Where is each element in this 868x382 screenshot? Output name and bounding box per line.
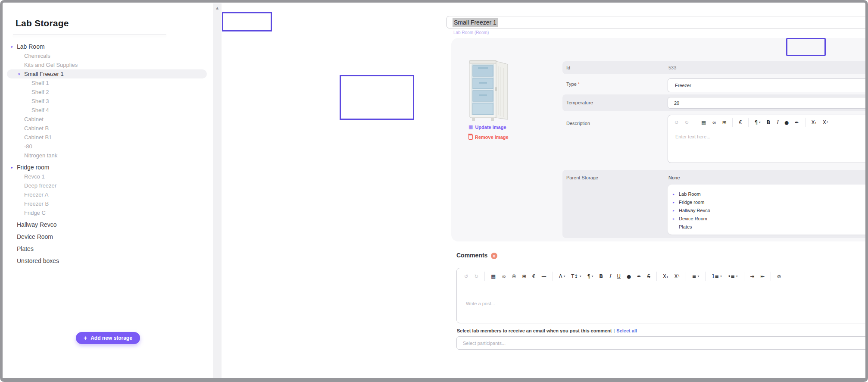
- outdent-icon[interactable]: ⇤: [757, 272, 768, 281]
- bold-icon[interactable]: B: [596, 272, 606, 281]
- storage-tree-item[interactable]: Cabinet: [3, 115, 213, 124]
- storage-tree-item[interactable]: Nitrogen tank: [3, 151, 213, 160]
- insert-image-icon[interactable]: ▦: [484, 272, 499, 281]
- storage-tree-item-label: Cabinet: [24, 116, 44, 122]
- notify-separator: |: [613, 328, 615, 333]
- storage-tree-item[interactable]: Shelf 2: [3, 88, 213, 97]
- highlight-color-icon[interactable]: ✒: [792, 118, 802, 127]
- font-family-icon[interactable]: A: [553, 272, 568, 281]
- add-new-storage-button[interactable]: + Add new storage: [76, 332, 140, 344]
- comments-title: Comments: [456, 252, 487, 259]
- special-characters-icon[interactable]: €: [732, 118, 745, 127]
- insert-table-icon[interactable]: ⊞: [519, 272, 529, 281]
- lab-storage-app: Lab Storage ▾Lab Room Chemicals Kits and…: [0, 0, 868, 382]
- italic-icon[interactable]: I: [606, 272, 614, 281]
- storage-tree-item[interactable]: Unstored boxes: [3, 257, 213, 266]
- storage-tree-item-label: Shelf 2: [31, 89, 49, 95]
- comment-editor[interactable]: ↺ ↻ ▦ ∞ ✇ ⊞ € — A T↕: [456, 268, 868, 323]
- text-color-icon[interactable]: ●: [781, 118, 792, 127]
- description-editor[interactable]: ↺ ↻ ▦ ∞ ⊞ € ¶: [668, 115, 868, 163]
- ordered-list-icon[interactable]: 1≡: [705, 272, 724, 281]
- align-icon[interactable]: ≡: [686, 272, 702, 281]
- storage-tree-item[interactable]: Shelf 3: [3, 97, 213, 106]
- storage-tree-item-label: Kits and Gel Supplies: [24, 62, 78, 68]
- id-value: 533: [668, 65, 676, 70]
- undo-icon[interactable]: ↺: [671, 118, 682, 127]
- storage-tree-item[interactable]: Deep freezer: [3, 181, 213, 190]
- subscript-icon[interactable]: X₁: [805, 118, 820, 127]
- storage-tree-item[interactable]: Shelf 4: [3, 106, 213, 115]
- storage-tree-item[interactable]: ▾Small Freezer 1: [7, 69, 207, 78]
- insert-link-icon[interactable]: ∞: [499, 272, 509, 281]
- strikethrough-icon[interactable]: S: [644, 272, 653, 281]
- parent-tree-item[interactable]: ▸Lab Room: [679, 190, 868, 198]
- vertical-scrollbar[interactable]: ▲: [213, 3, 222, 378]
- indent-icon[interactable]: ⇥: [744, 272, 758, 281]
- parent-tree-item-label: Plates: [679, 224, 692, 229]
- insert-table-icon[interactable]: ⊞: [719, 118, 730, 127]
- horizontal-line-icon[interactable]: —: [538, 272, 550, 281]
- storage-tree-item[interactable]: Plates: [3, 244, 213, 254]
- storage-name-input[interactable]: Small Freezer 1: [446, 16, 868, 28]
- storage-tree-item[interactable]: Hallway Revco: [3, 220, 213, 229]
- comments-count-badge: 0: [491, 253, 497, 259]
- insert-link-icon[interactable]: ∞: [709, 118, 719, 127]
- redo-icon[interactable]: ↻: [682, 118, 692, 127]
- insert-image-icon[interactable]: ▦: [695, 118, 709, 127]
- paragraph-format-icon[interactable]: ¶: [584, 272, 596, 281]
- superscript-icon[interactable]: X¹: [671, 272, 683, 281]
- bold-icon[interactable]: B: [764, 118, 774, 127]
- storage-tree-item-label: Freezer B: [24, 200, 49, 207]
- temperature-input[interactable]: [668, 97, 868, 109]
- storage-tree-item[interactable]: ▾Fridge room: [3, 163, 213, 172]
- insert-video-icon[interactable]: ✇: [509, 272, 519, 281]
- font-size-icon[interactable]: T↕: [568, 272, 584, 281]
- participants-input[interactable]: [456, 336, 868, 350]
- storage-tree-item[interactable]: Kits and Gel Supplies: [3, 60, 213, 69]
- italic-icon[interactable]: I: [773, 118, 781, 127]
- type-select[interactable]: Freezer ▼: [668, 78, 868, 92]
- superscript-icon[interactable]: X¹: [820, 118, 831, 127]
- storage-tree-item[interactable]: Cabinet B: [3, 124, 213, 133]
- unordered-list-icon[interactable]: •≡: [725, 272, 741, 281]
- special-characters-icon[interactable]: €: [529, 272, 538, 281]
- storage-tree-item[interactable]: Freezer A: [3, 190, 213, 199]
- storage-tree-item[interactable]: Fridge C: [3, 208, 213, 217]
- trash-icon: [468, 135, 473, 140]
- storage-tree-item[interactable]: Freezer B: [3, 199, 213, 208]
- parent-tree-item[interactable]: ▸Device Room: [679, 215, 868, 223]
- text-color-icon[interactable]: ●: [624, 272, 634, 281]
- storage-tree-item-label: -80: [24, 143, 32, 150]
- storage-tree-item[interactable]: Shelf 1: [3, 78, 213, 88]
- storage-tree-item[interactable]: Cabinet B1: [3, 133, 213, 142]
- highlight-color-icon[interactable]: ✒: [634, 272, 644, 281]
- undo-icon[interactable]: ↺: [461, 272, 471, 281]
- storage-tree-item-label: Shelf 4: [31, 107, 49, 113]
- clear-formatting-icon[interactable]: ⊘: [771, 272, 784, 281]
- select-all-link[interactable]: Select all: [616, 328, 637, 333]
- scroll-up-arrow-icon[interactable]: ▲: [213, 6, 222, 10]
- parent-tree-item[interactable]: ▸Hallway Revco: [679, 207, 868, 215]
- expand-arrow-icon: ▸: [673, 215, 679, 223]
- parent-tree-item-label: Device Room: [679, 216, 707, 221]
- storage-tree-item[interactable]: -80: [3, 142, 213, 151]
- redo-icon[interactable]: ↻: [471, 272, 482, 281]
- id-row: Id 533: [562, 61, 868, 74]
- parent-tree-item[interactable]: Plates: [679, 223, 868, 231]
- id-label: Id: [566, 65, 570, 70]
- storage-tree-item-label: Cabinet B1: [24, 134, 52, 141]
- remove-image-link[interactable]: Remove image: [468, 135, 509, 140]
- storage-tree-item-label: Unstored boxes: [17, 257, 59, 264]
- storage-tree-item[interactable]: Device Room: [3, 232, 213, 241]
- update-image-link[interactable]: ▦ Update image: [468, 124, 506, 130]
- paragraph-format-icon[interactable]: ¶: [748, 118, 764, 127]
- description-row: Description ↺ ↻ ▦ ∞: [562, 115, 868, 169]
- storage-tree-item-label: Nitrogen tank: [24, 152, 57, 159]
- subscript-icon[interactable]: X₁: [656, 272, 671, 281]
- storage-tree-item[interactable]: ▾Lab Room: [3, 42, 213, 51]
- underline-icon[interactable]: U: [614, 272, 624, 281]
- parent-tree-item[interactable]: ▸Fridge room: [679, 198, 868, 207]
- storage-tree-item[interactable]: Revco 1: [3, 172, 213, 181]
- storage-tree-item[interactable]: Chemicals: [3, 51, 213, 60]
- storage-tree-item-label: Chemicals: [24, 53, 50, 59]
